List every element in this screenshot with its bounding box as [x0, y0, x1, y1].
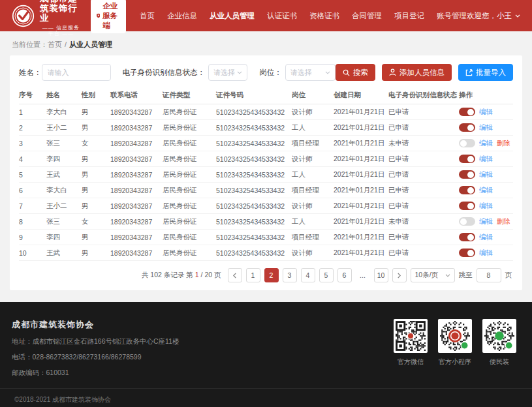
- batch-import-icon: [465, 69, 473, 76]
- page-button[interactable]: 3: [283, 268, 297, 282]
- nav-item-1[interactable]: 企业信息: [167, 11, 197, 21]
- status-toggle[interactable]: [459, 233, 475, 241]
- qr-code-square: [394, 319, 428, 353]
- cell-post: 工人: [292, 123, 334, 132]
- table-row: 7王小二男18920343287居民身份证510234325434533432设…: [19, 198, 513, 214]
- status-toggle[interactable]: [459, 139, 475, 147]
- user-menu[interactable]: 欢迎您，小王: [467, 11, 520, 21]
- page-button[interactable]: 6: [337, 268, 352, 282]
- nav-item-3[interactable]: 认证证书: [267, 11, 297, 21]
- cell-name: 李大白: [46, 186, 82, 195]
- cell-phone: 18920343287: [110, 140, 163, 147]
- jump-unit: 页: [505, 271, 512, 280]
- next-page-button[interactable]: [392, 268, 407, 282]
- breadcrumb-separator: /: [65, 40, 67, 48]
- cell-status: 已申请: [388, 233, 459, 242]
- cell-gender: 男: [82, 202, 110, 211]
- edit-link[interactable]: 编辑: [479, 217, 493, 226]
- cell-cert_no: 510234325434533432: [216, 155, 292, 163]
- cell-no: 7: [19, 202, 46, 210]
- status-toggle[interactable]: [459, 170, 475, 179]
- breadcrumb-current: 从业人员管理: [69, 40, 112, 48]
- qr-code-round-green: [482, 319, 516, 353]
- cell-actions: 编辑: [459, 202, 513, 211]
- batch-import-button[interactable]: 批量导入: [458, 64, 513, 81]
- status-toggle[interactable]: [459, 123, 475, 132]
- nav-item-0[interactable]: 首页: [140, 11, 155, 21]
- cell-phone: 18920343287: [110, 234, 163, 241]
- nav-item-4[interactable]: 资格证书: [309, 11, 339, 21]
- cell-cert_no: 510234325434533432: [216, 108, 292, 116]
- post-select[interactable]: 请选择: [285, 64, 336, 81]
- qr-item: 官方微信: [394, 319, 428, 378]
- cell-status: 已申请: [388, 249, 459, 258]
- cell-no: 6: [19, 187, 46, 194]
- edit-link[interactable]: 编辑: [479, 108, 493, 117]
- cell-status: 已申请: [388, 123, 459, 132]
- status-toggle[interactable]: [459, 249, 475, 257]
- nav-item-7[interactable]: 账号管理: [437, 11, 467, 21]
- jump-page-input[interactable]: [477, 268, 501, 282]
- prev-page-button[interactable]: [228, 268, 242, 282]
- cell-actions: 编辑: [459, 108, 513, 117]
- nav-item-6[interactable]: 项目登记: [394, 11, 424, 21]
- column-header: 岗位: [292, 91, 334, 100]
- cell-actions: 编辑: [459, 170, 513, 179]
- cell-no: 2: [19, 124, 46, 132]
- cell-no: 1: [19, 108, 46, 116]
- cell-cert_no: 510234325434533432: [216, 187, 292, 194]
- org-address: 地址：成都市锦江区金石路166号锦江政务中心C座11楼: [12, 337, 180, 346]
- table-row: 8张三女18920343287居民身份证510234325434533432工人…: [19, 214, 513, 230]
- page-button[interactable]: 5: [319, 268, 334, 282]
- cell-cert_type: 居民身份证: [163, 186, 216, 195]
- search-button[interactable]: 搜索: [336, 64, 375, 81]
- column-header: 姓名: [46, 91, 82, 100]
- eid-status-select[interactable]: 请选择: [208, 64, 247, 81]
- status-toggle[interactable]: [459, 217, 475, 226]
- top-header: 成都市建筑装饰行业 —— 信息服务平台 —— 企业服务端 首页企业信息从业人员管…: [0, 0, 532, 31]
- page-button[interactable]: 1: [246, 268, 260, 282]
- cell-cert_type: 居民身份证: [163, 139, 216, 148]
- edit-link[interactable]: 编辑: [479, 186, 493, 195]
- delete-link[interactable]: 删除: [497, 217, 510, 226]
- cell-no: 10: [19, 249, 46, 257]
- page-size-select[interactable]: 10条/页: [411, 268, 455, 282]
- edit-link[interactable]: 编辑: [479, 155, 493, 164]
- delete-link[interactable]: 删除: [497, 139, 510, 148]
- eid-status-placeholder: 请选择: [213, 68, 235, 78]
- edit-link[interactable]: 编辑: [479, 123, 493, 132]
- edit-link[interactable]: 编辑: [479, 170, 493, 179]
- batch-import-button-label: 批量导入: [476, 68, 506, 78]
- table-row: 6李大白男18920343287居民身份证510234325434533432项…: [19, 183, 513, 198]
- page-button[interactable]: 2: [264, 268, 279, 282]
- breadcrumb-home[interactable]: 首页: [48, 40, 62, 48]
- footer-main: 成都市建筑装饰协会 地址：成都市锦江区金石路166号锦江政务中心C座11楼 电话…: [0, 302, 532, 388]
- cell-post: 项目经理: [292, 139, 334, 148]
- edit-link[interactable]: 编辑: [479, 233, 493, 242]
- add-person-button[interactable]: 添加人员信息: [382, 64, 452, 81]
- cell-date: 2021年01月21日: [334, 139, 388, 148]
- cell-cert_no: 510234325434533432: [216, 234, 292, 241]
- add-person-icon: [389, 68, 396, 76]
- edit-link[interactable]: 编辑: [479, 249, 493, 258]
- cell-name: 王武: [46, 249, 82, 258]
- status-toggle[interactable]: [459, 108, 475, 116]
- page-button[interactable]: 10: [374, 268, 388, 282]
- name-filter-input[interactable]: [42, 64, 111, 81]
- cell-actions: 编辑: [459, 186, 513, 195]
- cell-cert_no: 510234325434533432: [216, 202, 292, 210]
- cell-actions: 编辑删除: [459, 217, 513, 226]
- status-toggle[interactable]: [459, 155, 475, 163]
- status-toggle[interactable]: [459, 202, 475, 210]
- nav-item-2[interactable]: 从业人员管理: [210, 11, 255, 21]
- edit-link[interactable]: 编辑: [479, 139, 493, 148]
- edit-link[interactable]: 编辑: [479, 202, 493, 211]
- page-button[interactable]: 4: [301, 268, 315, 282]
- cell-cert_type: 居民身份证: [163, 249, 216, 258]
- enterprise-portal-badge[interactable]: 企业服务端: [91, 0, 126, 33]
- nav-item-5[interactable]: 合同管理: [352, 11, 382, 21]
- qr-label: 官方微信: [394, 357, 428, 367]
- cell-no: 5: [19, 171, 46, 179]
- cell-status: 已申请: [388, 202, 459, 211]
- status-toggle[interactable]: [459, 186, 475, 194]
